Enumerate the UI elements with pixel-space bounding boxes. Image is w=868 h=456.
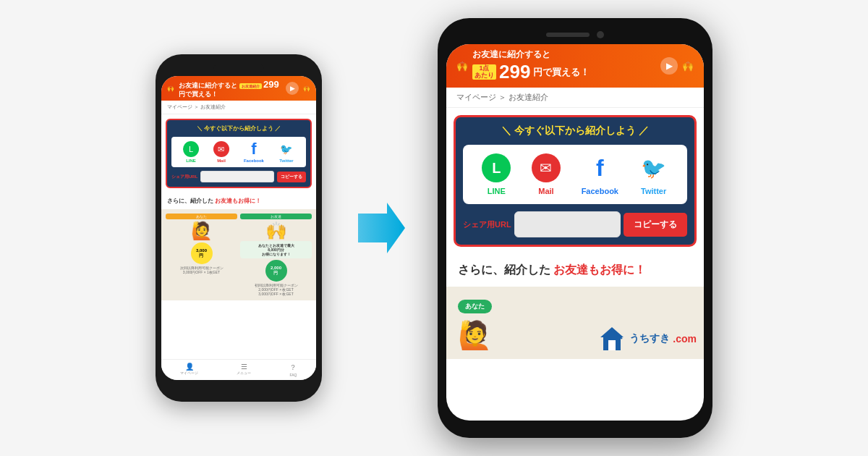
large-copy-button[interactable]: コピーする: [624, 213, 687, 237]
small-mail-icon: ✉: [213, 141, 229, 157]
small-bottom-nav: 👤 マイページ ☰ メニュー ？ FAQ: [161, 359, 316, 380]
small-friend-label: お友達: [240, 214, 312, 219]
large-you-badge: あなた: [458, 300, 492, 313]
large-mail-icon: ✉: [532, 153, 561, 182]
logo-text: うちすき: [629, 332, 670, 345]
small-banner-left-figure: 🙌: [167, 85, 174, 92]
small-price-badge: お友達紹介: [239, 83, 262, 89]
small-cards-area: あなた 🙋 3,000円 次回以降利用可能クーポン3,000円OFF × 1枚G…: [161, 209, 316, 300]
svg-rect-2: [608, 340, 616, 350]
large-mail-button[interactable]: ✉ Mail: [532, 153, 561, 195]
large-breadcrumb: マイページ ＞ お友達紹介: [446, 88, 704, 108]
small-nav-faq[interactable]: ？ FAQ: [289, 363, 297, 377]
small-share-url-row: シェア用URL コピーする: [171, 171, 306, 182]
small-line-label: LINE: [186, 159, 196, 163]
large-bottom-area: あなた 🙋 うちすき .com: [446, 287, 704, 359]
large-banner-play-icon: ▶: [660, 57, 678, 75]
small-friend-coupon-label: 初回以降利用可能クーポン2,000円OFF × 枚GET3,000円OFF × …: [240, 283, 312, 296]
large-further-section: さらに、紹介した お友達もお得に！: [446, 254, 704, 287]
large-share-url-row: シェア用URL コピーする: [463, 211, 687, 237]
large-twitter-icon: 🐦: [639, 153, 668, 182]
logo-house-icon: [597, 324, 626, 353]
small-twitter-label: Twitter: [279, 159, 293, 163]
small-nav-mypage[interactable]: 👤 マイページ: [180, 363, 198, 377]
large-you-figure: 🙋: [458, 319, 492, 351]
large-twitter-label: Twitter: [641, 187, 666, 195]
large-phone-screen: 🙌 お友達に紹介すると 1点 あたり 299 円で買える！ ▶ 🙌 マイページ …: [446, 44, 704, 421]
small-friend-amount: あなたとお友達で最大8,000円分お得になります！: [240, 241, 312, 258]
large-banner-right-figure: 🙌: [682, 61, 694, 72]
large-url-label: シェア用URL: [463, 219, 511, 230]
large-phone-camera: [597, 31, 604, 38]
large-phone: 🙌 お友達に紹介すると 1点 あたり 299 円で買える！ ▶ 🙌 マイページ …: [438, 18, 712, 438]
large-banner-content: お友達に紹介すると 1点 あたり 299 円で買える！: [472, 48, 656, 83]
large-banner-pretext: お友達に紹介すると: [472, 48, 656, 61]
large-facebook-icon: f: [585, 153, 614, 182]
arrow-icon: [351, 199, 409, 257]
small-url-label: シェア用URL: [171, 174, 197, 180]
small-nav-mypage-icon: 👤: [185, 363, 194, 371]
large-banner-price-row: 1点 あたり 299 円で買える！: [472, 61, 656, 83]
small-you-label: あなた: [166, 214, 237, 219]
small-phone-notch: [213, 64, 264, 72]
small-line-icon: L: [183, 141, 199, 157]
large-logo: うちすき .com: [597, 324, 697, 353]
logo-domain: .com: [673, 333, 697, 345]
large-banner-unit: 円で買える！: [533, 66, 590, 79]
small-banner: 🙌 お友達に紹介すると お友達紹介 299 円で買える！ ▶ 🙌: [161, 76, 316, 101]
large-banner-left-figure: 🙌: [456, 61, 468, 72]
large-you-column: あなた 🙋: [458, 294, 492, 351]
small-nav-faq-icon: ？: [289, 363, 297, 373]
small-share-buttons: L LINE ✉ Mail f Facebook 🐦 Twitter: [171, 137, 306, 167]
large-banner-price: 299: [499, 61, 530, 83]
arrow-container: [351, 199, 409, 257]
small-copy-button[interactable]: コピーする: [277, 172, 306, 182]
large-url-input[interactable]: [514, 211, 621, 237]
small-share-title: ＼ 今すぐ以下から紹介しよう ／: [171, 124, 306, 132]
large-share-title: ＼ 今すぐ以下から紹介しよう ／: [463, 124, 687, 138]
small-nav-faq-label: FAQ: [289, 373, 297, 377]
large-line-icon: L: [482, 153, 511, 182]
small-banner-right-figure: 🙌: [303, 85, 310, 92]
small-facebook-label: Facebook: [244, 159, 264, 163]
small-facebook-button[interactable]: f Facebook: [244, 141, 264, 163]
large-line-label: LINE: [488, 187, 506, 195]
small-you-coupon-label: 次回以降利用可能クーポン3,000円OFF × 1枚GET: [166, 266, 237, 274]
small-friend-column: お友達 🙌 あなたとお友達で最大8,000円分お得になります！ 2,000円 初…: [240, 214, 312, 296]
large-mail-label: Mail: [538, 187, 553, 195]
small-you-figure: 🙋: [166, 221, 237, 241]
large-facebook-label: Facebook: [582, 187, 618, 195]
small-mail-label: Mail: [217, 159, 226, 163]
small-you-column: あなた 🙋 3,000円 次回以降利用可能クーポン3,000円OFF × 1枚G…: [166, 214, 237, 274]
large-share-buttons: L LINE ✉ Mail f Facebook 🐦 Twitter: [463, 145, 687, 204]
small-twitter-button[interactable]: 🐦 Twitter: [278, 141, 294, 163]
small-friend-figure: 🙌: [240, 221, 312, 241]
small-share-section: ＼ 今すぐ以下から紹介しよう ／ L LINE ✉ Mail f Faceboo…: [166, 119, 312, 188]
small-line-button[interactable]: L LINE: [183, 141, 199, 163]
small-banner-play-icon: ▶: [286, 82, 299, 95]
large-price-badge: 1点 あたり: [472, 64, 496, 80]
small-further-section: さらに、紹介した お友達もお得に！: [161, 193, 316, 209]
large-facebook-button[interactable]: f Facebook: [582, 153, 618, 195]
small-nav-menu-icon: ☰: [241, 363, 247, 371]
small-banner-text: お友達に紹介すると お友達紹介 299 円で買える！: [179, 79, 281, 98]
large-line-button[interactable]: L LINE: [482, 153, 511, 195]
large-share-section: ＼ 今すぐ以下から紹介しよう ／ L LINE ✉ Mail f Faceboo…: [454, 115, 697, 247]
small-url-input[interactable]: [200, 171, 274, 182]
small-phone: 🙌 お友達に紹介すると お友達紹介 299 円で買える！ ▶ 🙌 マイページ ＞…: [156, 54, 322, 402]
small-breadcrumb: マイページ ＞ お友達紹介: [161, 101, 316, 114]
small-twitter-icon: 🐦: [278, 141, 294, 157]
small-you-coupon: 3,000円: [191, 242, 213, 264]
small-phone-screen: 🙌 お友達に紹介すると お友達紹介 299 円で買える！ ▶ 🙌 マイページ ＞…: [161, 76, 316, 380]
small-nav-menu[interactable]: ☰ メニュー: [237, 363, 251, 377]
small-facebook-icon: f: [246, 141, 262, 157]
small-friend-coupon: 2,000円: [265, 260, 287, 282]
small-mail-button[interactable]: ✉ Mail: [213, 141, 229, 163]
large-phone-speaker: [546, 33, 590, 37]
large-twitter-button[interactable]: 🐦 Twitter: [639, 153, 668, 195]
svg-marker-0: [358, 203, 405, 253]
large-phone-top-bar: [446, 31, 704, 38]
small-nav-menu-label: メニュー: [237, 371, 251, 375]
small-nav-mypage-label: マイページ: [180, 371, 198, 375]
large-banner: 🙌 お友達に紹介すると 1点 あたり 299 円で買える！ ▶ 🙌: [446, 44, 704, 88]
